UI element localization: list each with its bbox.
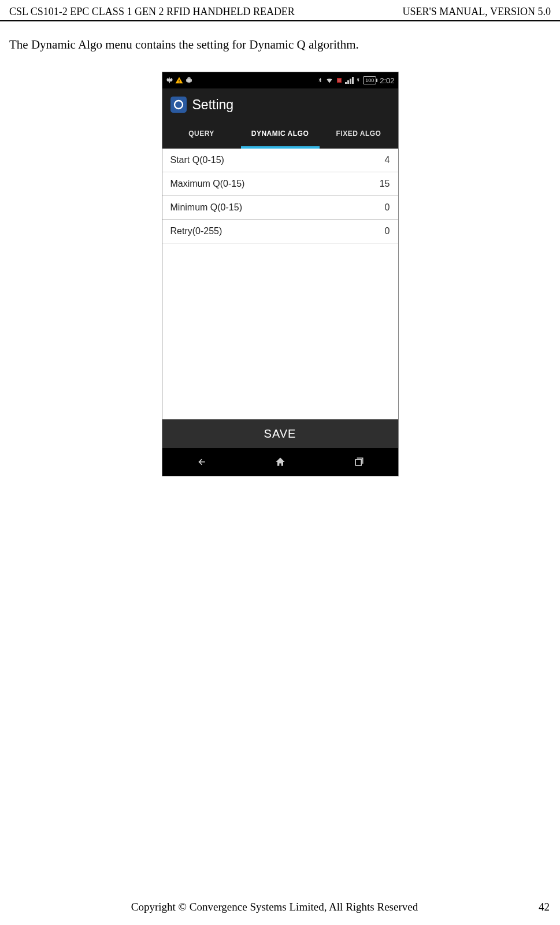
page-title: Setting bbox=[192, 97, 234, 113]
psi-icon bbox=[166, 77, 173, 84]
status-time: 2:02 bbox=[380, 76, 394, 85]
recent-icon[interactable] bbox=[352, 456, 366, 468]
status-left-icons bbox=[166, 76, 192, 84]
screenshot-container: 100 2:02 Setting QUERY DYNAMIC ALGO FIXE… bbox=[0, 72, 560, 476]
phone-screenshot: 100 2:02 Setting QUERY DYNAMIC ALGO FIXE… bbox=[162, 72, 399, 476]
row-label: Start Q(0-15) bbox=[170, 155, 224, 165]
row-label: Maximum Q(0-15) bbox=[170, 179, 245, 189]
row-value: 0 bbox=[355, 202, 390, 213]
action-bar: Setting bbox=[162, 88, 398, 121]
lightning-icon bbox=[356, 77, 361, 84]
page-header: CSL CS101-2 EPC CLASS 1 GEN 2 RFID HANDH… bbox=[0, 0, 560, 21]
row-value: 15 bbox=[355, 179, 390, 189]
tab-query[interactable]: QUERY bbox=[162, 121, 241, 149]
body-text: The Dynamic Algo menu contains the setti… bbox=[0, 21, 560, 66]
svg-rect-0 bbox=[170, 97, 187, 113]
signal-icon bbox=[345, 77, 354, 84]
settings-list: Start Q(0-15) 4 Maximum Q(0-15) 15 Minim… bbox=[162, 149, 398, 419]
home-icon[interactable] bbox=[273, 456, 287, 468]
battery-icon: 100 bbox=[363, 76, 376, 84]
status-bar: 100 2:02 bbox=[162, 72, 398, 88]
back-icon[interactable] bbox=[195, 456, 209, 468]
bluetooth-icon bbox=[317, 77, 323, 84]
footer-page: 42 bbox=[539, 901, 550, 913]
header-left: CSL CS101-2 EPC CLASS 1 GEN 2 RFID HANDH… bbox=[9, 6, 295, 18]
footer-copyright: Copyright © Convergence Systems Limited,… bbox=[131, 901, 418, 913]
status-right-icons: 100 2:02 bbox=[317, 76, 394, 85]
row-value: 0 bbox=[355, 226, 390, 236]
warning-icon bbox=[175, 76, 183, 84]
row-max-q[interactable]: Maximum Q(0-15) 15 bbox=[162, 172, 398, 196]
row-start-q[interactable]: Start Q(0-15) 4 bbox=[162, 149, 398, 172]
nav-bar bbox=[162, 448, 398, 476]
android-icon bbox=[186, 77, 192, 84]
page-footer: Copyright © Convergence Systems Limited,… bbox=[0, 901, 560, 913]
row-label: Retry(0-255) bbox=[170, 226, 222, 236]
tab-bar: QUERY DYNAMIC ALGO FIXED ALGO bbox=[162, 121, 398, 149]
save-button[interactable]: SAVE bbox=[162, 419, 398, 448]
header-right: USER'S MANUAL, VERSION 5.0 bbox=[403, 6, 551, 18]
row-retry[interactable]: Retry(0-255) 0 bbox=[162, 220, 398, 243]
row-min-q[interactable]: Minimum Q(0-15) 0 bbox=[162, 196, 398, 220]
row-label: Minimum Q(0-15) bbox=[170, 202, 242, 213]
app-icon bbox=[170, 97, 187, 113]
row-value: 4 bbox=[355, 155, 390, 165]
tab-fixed-algo[interactable]: FIXED ALGO bbox=[320, 121, 398, 149]
tab-dynamic-algo[interactable]: DYNAMIC ALGO bbox=[241, 121, 320, 149]
wifi-icon bbox=[325, 77, 333, 84]
network-icon bbox=[336, 77, 343, 84]
